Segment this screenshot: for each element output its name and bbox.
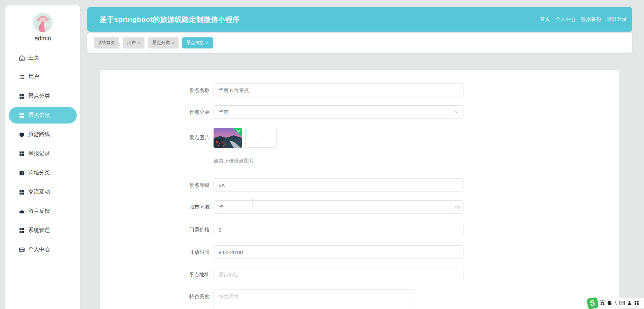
uploaded-image-thumbnail[interactable] — [214, 128, 242, 148]
sidebar-item-label: 举报记录 — [28, 150, 50, 157]
field-label: 城市区域 — [100, 204, 210, 210]
tab-label: 用户 — [127, 40, 136, 46]
briefcase-icon — [19, 208, 25, 214]
sidebar-item-label: 用户 — [28, 73, 39, 80]
person-icon[interactable] — [627, 301, 632, 305]
tab-spot-category[interactable]: 景点分类 × — [148, 37, 179, 48]
sidebar-item-home[interactable]: 主页 — [5, 48, 80, 67]
form-row-category: 景点分类 华南 — [100, 105, 619, 119]
grid-icon — [19, 228, 25, 234]
monitor-icon — [19, 132, 25, 138]
chevron-down-icon — [454, 109, 459, 115]
nav-link-data-backup[interactable]: 数据备份 — [581, 16, 601, 23]
sidebar-item-label: 旅游路线 — [28, 131, 50, 138]
tab-spot-info[interactable]: 景点信息 × — [182, 37, 213, 48]
field-label: 景点名称 — [100, 87, 210, 94]
spot-category-select[interactable]: 华南 — [214, 105, 463, 119]
clear-input-icon[interactable] — [455, 204, 460, 210]
spot-name-input[interactable] — [214, 83, 463, 97]
close-icon[interactable]: × — [206, 40, 208, 45]
sidebar-item-system-manage[interactable]: 系统管理 — [5, 221, 80, 240]
tab-label: 景点分类 — [152, 40, 170, 46]
sidebar-item-label: 景点分类 — [28, 93, 50, 100]
sidebar-item-label: 个人中心 — [28, 246, 50, 253]
open-time-input[interactable] — [214, 245, 463, 259]
sidebar-item-label: 主页 — [28, 54, 39, 61]
sidebar-item-label: 留言反馈 — [28, 208, 50, 215]
select-value: 华南 — [219, 109, 229, 115]
keyboard-icon[interactable] — [619, 301, 625, 305]
sidebar-item-spot-category[interactable]: 景点分类 — [5, 87, 80, 106]
moon-icon[interactable] — [607, 301, 612, 306]
avatar — [33, 13, 53, 32]
sidebar-menu: 主页 用户 景点分类 景点信息 旅游路线 — [5, 48, 80, 259]
wubi-mode-icon[interactable]: 五 — [600, 300, 605, 306]
tab-label: 景点信息 — [186, 40, 204, 46]
form-row-food: 特色美食 — [100, 289, 619, 309]
sidebar: admin 主页 用户 景点分类 景点信息 — [5, 5, 80, 309]
avatar-image — [33, 13, 53, 32]
field-label: 开放时间 — [100, 249, 210, 255]
sogou-logo-icon[interactable]: S — [587, 297, 599, 309]
header-nav: 首页 个人中心 数据备份 退出登录 — [540, 16, 627, 23]
sidebar-item-users[interactable]: 用户 — [5, 67, 80, 87]
sidebar-item-label: 系统管理 — [28, 227, 50, 234]
sidebar-item-label: 景点信息 — [28, 112, 50, 119]
form-row-city: 城市区域 — [100, 200, 619, 214]
ticket-price-input[interactable] — [214, 223, 463, 236]
card-icon — [19, 247, 25, 253]
apps-icon[interactable] — [634, 301, 639, 305]
tab-label: 系统首页 — [98, 40, 115, 46]
field-label: 景点图片 — [100, 135, 210, 141]
grid-icon — [19, 189, 25, 195]
sidebar-item-label: 交流互动 — [28, 188, 50, 196]
sidebar-item-interaction[interactable]: 交流互动 — [5, 182, 80, 202]
grid-icon — [19, 151, 25, 157]
grid9-icon — [19, 170, 25, 176]
sidebar-item-label: 论坛分类 — [28, 169, 50, 176]
field-label: 特色美食 — [100, 289, 210, 300]
username: admin — [5, 35, 80, 42]
field-label: 景点等级 — [100, 182, 210, 188]
field-label: 景点地址 — [100, 271, 210, 278]
special-food-textarea[interactable] — [214, 289, 415, 309]
grid-icon — [19, 112, 25, 118]
form-row-grade: 景点等级 — [100, 178, 619, 192]
form-row-price: 门票价格 — [100, 223, 619, 236]
punctuation-icon[interactable]: °, — [615, 301, 617, 305]
sidebar-item-forum-category[interactable]: 论坛分类 — [5, 163, 80, 182]
list-icon — [19, 74, 25, 80]
sidebar-item-report-record[interactable]: 举报记录 — [5, 144, 80, 163]
upload-hint-text: 点击上传景点图片 — [214, 158, 254, 164]
form-row-name: 景点名称 — [100, 83, 619, 97]
sidebar-item-feedback[interactable]: 留言反馈 — [5, 202, 80, 221]
sidebar-item-personal-center[interactable]: 个人中心 — [5, 240, 80, 259]
form-row-upload-hint: 点击上传景点图片 — [100, 158, 619, 164]
field-label: 景点分类 — [100, 109, 210, 115]
grid-icon — [19, 93, 25, 99]
tab-users[interactable]: 用户 × — [123, 37, 144, 48]
nav-link-personal-center[interactable]: 个人中心 — [555, 16, 576, 23]
upload-add-button[interactable] — [245, 128, 277, 148]
home-icon — [19, 55, 25, 61]
page-title: 基于springboot的旅游线路定制微信小程序 — [100, 15, 540, 24]
input-method-toolbar: S 五 °, — [587, 297, 644, 309]
form-card: 景点名称 景点分类 华南 景点图片 — [100, 70, 619, 309]
nav-link-home[interactable]: 首页 — [540, 16, 550, 23]
form-row-address: 景点地址 — [100, 268, 619, 281]
header-bar: 基于springboot的旅游线路定制微信小程序 首页 个人中心 数据备份 退出… — [87, 7, 632, 32]
tab-system-home[interactable]: 系统首页 — [94, 37, 119, 48]
spot-address-input[interactable] — [214, 268, 463, 281]
sidebar-item-spot-info[interactable]: 景点信息 — [9, 107, 77, 124]
form-row-open-time: 开放时间 — [100, 245, 619, 259]
nav-link-logout[interactable]: 退出登录 — [607, 16, 627, 23]
city-region-input[interactable] — [214, 200, 463, 214]
close-icon[interactable]: × — [138, 40, 140, 45]
form-row-image: 景点图片 — [100, 128, 619, 148]
close-icon[interactable]: × — [172, 40, 174, 45]
tab-bar: 系统首页 用户 × 景点分类 × 景点信息 × — [87, 33, 632, 53]
plus-icon — [256, 133, 266, 143]
sidebar-item-travel-route[interactable]: 旅游路线 — [5, 125, 80, 144]
field-label: 门票价格 — [100, 227, 210, 233]
spot-grade-input[interactable] — [214, 178, 463, 192]
